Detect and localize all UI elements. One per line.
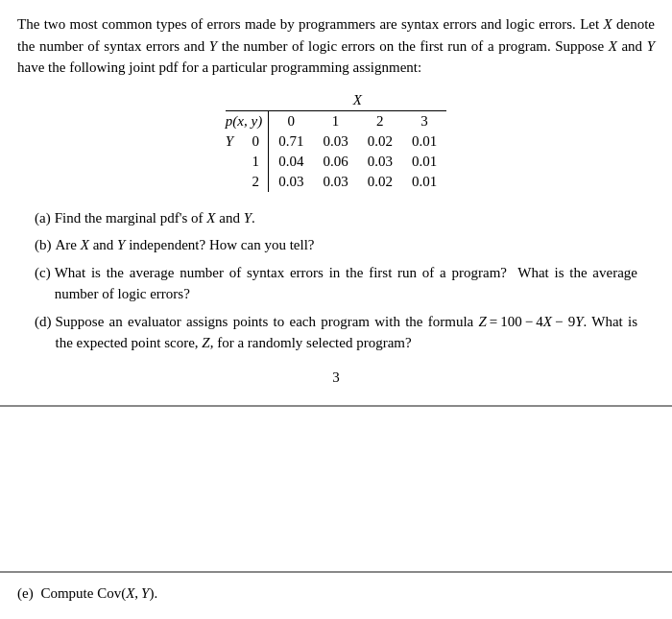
question-e-text: Compute Cov(X, Y). <box>37 583 655 605</box>
y-label-spacer <box>226 152 244 172</box>
col-header-0: 0 <box>269 110 314 131</box>
page: The two most common types of errors made… <box>0 0 672 619</box>
question-e: (e) Compute Cov(X, Y). <box>17 583 655 605</box>
y-label: Y <box>226 131 244 152</box>
question-c-label: (c) <box>35 262 51 305</box>
table-container: X p(x, y) 0 1 2 3 Y 0 0.71 <box>17 92 655 192</box>
y-val-1: 1 <box>244 152 269 172</box>
col-header-1: 1 <box>313 110 357 131</box>
answer-area <box>0 405 672 571</box>
table-row-y0: Y 0 0.71 0.03 0.02 0.01 <box>226 131 446 152</box>
question-d-label: (d) <box>35 311 52 354</box>
x-header-row: X <box>226 92 446 111</box>
top-section: The two most common types of errors made… <box>0 0 672 401</box>
intro-paragraph: The two most common types of errors made… <box>17 13 655 79</box>
cell-y0-x0: 0.71 <box>269 131 314 152</box>
col-header-2: 2 <box>358 110 402 131</box>
question-e-label: (e) <box>17 583 34 605</box>
question-c-text: What is the average number of syntax err… <box>55 262 637 305</box>
question-a-label: (a) <box>35 207 51 229</box>
y-label-spacer2 <box>226 172 244 192</box>
cell-y1-x1: 0.06 <box>313 152 357 172</box>
cell-y2-x1: 0.03 <box>313 172 357 192</box>
col-header-row: p(x, y) 0 1 2 3 <box>226 110 446 131</box>
cell-y2-x0: 0.03 <box>269 172 314 192</box>
x-header: X <box>269 92 447 111</box>
cell-y1-x3: 0.01 <box>402 152 446 172</box>
cell-y1-x2: 0.03 <box>358 152 402 172</box>
y-val-2: 2 <box>244 172 269 192</box>
page-number: 3 <box>17 360 655 392</box>
bottom-section: (e) Compute Cov(X, Y). <box>0 571 672 620</box>
question-a: (a) Find the marginal pdf's of X and Y. <box>35 207 637 229</box>
questions-section: (a) Find the marginal pdf's of X and Y. … <box>17 207 655 354</box>
question-b-text: Are X and Y independent? How can you tel… <box>56 234 638 256</box>
col-header-3: 3 <box>402 110 446 131</box>
cell-y1-x0: 0.04 <box>269 152 314 172</box>
pxy-label: p(x, y) <box>226 110 269 131</box>
table-row-y2: 2 0.03 0.03 0.02 0.01 <box>226 172 446 192</box>
y-val-0: 0 <box>244 131 269 152</box>
cell-y0-x2: 0.02 <box>358 131 402 152</box>
cell-y2-x2: 0.02 <box>358 172 402 192</box>
question-a-text: Find the marginal pdf's of X and Y. <box>55 207 637 229</box>
question-d: (d) Suppose an evaluator assigns points … <box>35 311 637 354</box>
question-b: (b) Are X and Y independent? How can you… <box>35 234 637 256</box>
cell-y0-x3: 0.01 <box>402 131 446 152</box>
joint-pdf-table: X p(x, y) 0 1 2 3 Y 0 0.71 <box>226 92 446 192</box>
question-c: (c) What is the average number of syntax… <box>35 262 637 305</box>
cell-y2-x3: 0.01 <box>402 172 446 192</box>
cell-y0-x1: 0.03 <box>313 131 357 152</box>
question-d-text: Suppose an evaluator assigns points to e… <box>56 311 638 354</box>
question-b-label: (b) <box>35 234 52 256</box>
table-row-y1: 1 0.04 0.06 0.03 0.01 <box>226 152 446 172</box>
